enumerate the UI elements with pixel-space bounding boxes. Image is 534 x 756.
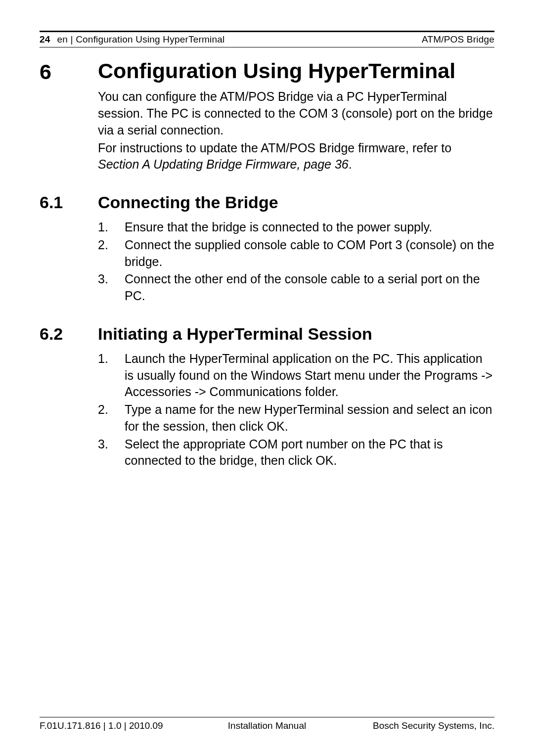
list-item-text: Ensure that the bridge is connected to t…: [125, 219, 494, 236]
chapter-intro-paragraph-1: You can configure the ATM/POS Bridge via…: [98, 89, 494, 138]
chapter-number: 6: [40, 59, 98, 83]
section-number: 6.2: [40, 324, 98, 344]
firmware-section-reference: Section A Updating Bridge Firmware, page…: [98, 157, 349, 171]
list-item-number: 1.: [98, 351, 125, 400]
section-number: 6.1: [40, 193, 98, 212]
list-item: 1. Launch the HyperTerminal application …: [98, 351, 494, 400]
list-item-number: 3.: [98, 271, 125, 305]
header-left: 24 en | Configuration Using HyperTermina…: [40, 34, 224, 45]
list-item-number: 3.: [98, 436, 125, 470]
list-item: 1. Ensure that the bridge is connected t…: [98, 219, 494, 236]
list-item: 3. Select the appropriate COM port numbe…: [98, 436, 494, 470]
list-item-text: Select the appropriate COM port number o…: [125, 436, 494, 470]
section-heading: 6.2 Initiating a HyperTerminal Session: [40, 324, 494, 344]
chapter-intro-paragraph-2: For instructions to update the ATM/POS B…: [98, 140, 494, 174]
list-item: 2. Type a name for the new HyperTerminal…: [98, 401, 494, 435]
section-heading: 6.1 Connecting the Bridge: [40, 193, 494, 212]
list-item-text: Launch the HyperTerminal application on …: [125, 351, 494, 400]
footer-doc-type: Installation Manual: [228, 720, 306, 731]
list-item-number: 1.: [98, 219, 125, 236]
section-list: 1. Launch the HyperTerminal application …: [98, 351, 494, 469]
list-item: 3. Connect the other end of the console …: [98, 271, 494, 305]
footer-company: Bosch Security Systems, Inc.: [373, 720, 494, 731]
intro-text-post: .: [349, 157, 352, 171]
page-number: 24: [40, 34, 50, 45]
section-title: Connecting the Bridge: [98, 193, 278, 212]
intro-text-pre: For instructions to update the ATM/POS B…: [98, 141, 451, 155]
list-item: 2. Connect the supplied console cable to…: [98, 237, 494, 270]
section-list: 1. Ensure that the bridge is connected t…: [98, 219, 494, 305]
footer-doc-id: F.01U.171.816 | 1.0 | 2010.09: [40, 720, 163, 731]
chapter-heading: 6 Configuration Using HyperTerminal: [40, 59, 494, 83]
header-section-label: en | Configuration Using HyperTerminal: [57, 34, 225, 45]
header-product-name: ATM/POS Bridge: [422, 34, 494, 45]
list-item-number: 2.: [98, 401, 125, 435]
list-item-text: Connect the supplied console cable to CO…: [125, 237, 494, 270]
list-item-number: 2.: [98, 237, 125, 270]
chapter-title: Configuration Using HyperTerminal: [98, 59, 455, 83]
list-item-text: Type a name for the new HyperTerminal se…: [125, 401, 494, 435]
page-footer: F.01U.171.816 | 1.0 | 2010.09 Installati…: [40, 717, 494, 731]
section-title: Initiating a HyperTerminal Session: [98, 324, 372, 344]
list-item-text: Connect the other end of the console cab…: [125, 271, 494, 305]
page-header: 24 en | Configuration Using HyperTermina…: [40, 31, 494, 47]
